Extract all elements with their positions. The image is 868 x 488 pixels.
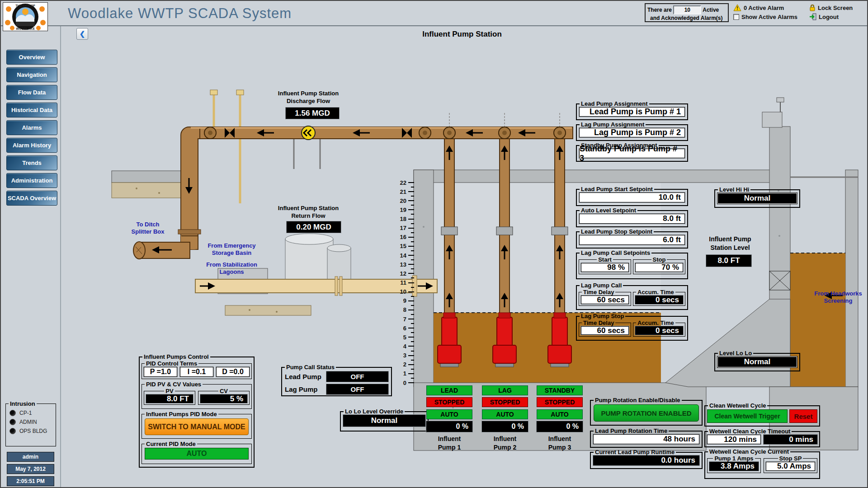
lag-stop-accum-group: Accum. Time 0 secs (633, 319, 685, 337)
lead-pump-assignment: Lead Pump Assignment Lead Pump is Pump #… (576, 100, 688, 120)
sidebar-item-overview[interactable]: Overview (6, 50, 57, 65)
pump-1-speed: 0 % (426, 421, 472, 432)
pump-2-mode[interactable]: AUTO (482, 409, 528, 419)
lag-pump-call-value: OFF (326, 384, 388, 394)
lag-stop-delay-group: Time Delay 60 secs (579, 319, 631, 337)
lag-pump-call-label: Lag Pump (285, 385, 323, 393)
level-scale-tick: 22 (394, 178, 414, 187)
pump-1-amps-value: 3.8 Amps (709, 462, 759, 471)
lead-pump-rotation-time-value[interactable]: 48 hours (593, 434, 699, 444)
logout-label: Logout (819, 14, 839, 20)
from-stabilization-label: From StabilizationLagoons (199, 261, 264, 276)
intrusion-point-admin: ADMIN (9, 419, 56, 425)
lead-pump-stop-setpoint: Lead Pump Stop Setpoint 6.0 ft (576, 228, 688, 249)
level-lo-lo-value: Normal (717, 357, 797, 367)
sidebar-divider (60, 26, 61, 488)
pid-cv-value: 5 % (200, 394, 247, 403)
pump-3-mode[interactable]: AUTO (537, 409, 583, 419)
standby-pump-assignment: Standby Pump Assignment Standby Pump is … (576, 142, 688, 162)
from-headworks-label: From HeadworksScreening (809, 290, 867, 305)
alarm-summary-prefix: There are (647, 7, 672, 13)
pump-2-status-column: LAG STOPPED AUTO 0 % InfluentPump 2 (482, 385, 528, 452)
pump-rotation-enabled-button[interactable]: PUMP ROTATION ENABLED (594, 404, 699, 422)
stop-sp-value[interactable]: 5.0 Amps (766, 462, 815, 471)
lag-call-accum-group: Accum. Time 0 secs (633, 289, 685, 306)
sidebar-item-alarm-history[interactable]: Alarm History (6, 138, 57, 153)
clean-wetwell-cycle: Clean Wetwell Cycle Clean Wetwell Trigge… (704, 402, 820, 427)
level-scale-tick: 17 (394, 224, 414, 232)
level-scale-tick: 21 (394, 188, 414, 196)
level-scale-tick: 3 (394, 352, 414, 360)
pump-rotation-enable: Pump Rotation Enable/Disable PUMP ROTATI… (590, 397, 703, 426)
pump-1-status-column: LEAD STOPPED AUTO 0 % InfluentPump 1 (426, 385, 472, 452)
lo-lo-level-override: Lo Lo Level Override Normal (340, 408, 429, 432)
return-flow-value: 0.20 MGD (287, 221, 341, 233)
logout-icon (809, 13, 816, 20)
level-scale-tick: 6 (394, 324, 414, 332)
wetwell-clean-cycle-timeout: Wetwell Clean Cycle Timeout 120 mins 0 m… (704, 428, 820, 447)
current-pid-mode-value: AUTO (145, 448, 249, 460)
level-hi-hi: Level Hi Hi Normal (714, 186, 800, 208)
intrusion-cp1-indicator (9, 410, 16, 416)
pump-3-status-column: STANDBY STOPPED AUTO 0 % InfluentPump 3 (537, 385, 583, 452)
pump-3-role: STANDBY (537, 385, 583, 395)
station-level-label: Influent PumpStation Level (701, 235, 760, 252)
active-alarm-indicator: ! 0 Active Alarm (733, 4, 784, 12)
sidebar-item-flow-data[interactable]: Flow Data (6, 85, 57, 100)
svg-text:!: ! (736, 6, 738, 11)
pump-1-mode[interactable]: AUTO (426, 409, 472, 419)
back-button[interactable]: ❮ (76, 28, 88, 40)
pump-3-speed: 0 % (537, 421, 583, 432)
sidebar-item-navigation[interactable]: Navigation (6, 67, 57, 82)
return-flow-label: Influent Pump StationReturn Flow (270, 204, 347, 220)
to-ditch-label: To DitchSplitter Box (125, 221, 170, 235)
from-emergency-label: From EmergencyStorage Basin (199, 242, 264, 257)
lag-call-stop-value[interactable]: 70 % (635, 263, 683, 272)
level-scale-tick: 1 (394, 370, 414, 378)
lead-pump-start-setpoint-value[interactable]: 10.0 ft (579, 192, 685, 202)
sidebar-item-trends[interactable]: Trends (6, 155, 57, 170)
level-scale-tick: 19 (394, 206, 414, 214)
level-scale-tick: 13 (394, 260, 414, 268)
pump-2-speed: 0 % (482, 421, 528, 432)
sidebar-item-historical-data[interactable]: Historical Data (6, 103, 57, 117)
lag-pump-call-setpoints: Lag Pump Call Setpoints Start 98 % Stop … (576, 249, 688, 279)
lock-screen-button[interactable]: Lock Screen (809, 4, 853, 12)
lag-call-delay-value[interactable]: 60 secs (581, 296, 629, 304)
intrusion-admin-indicator (9, 419, 16, 425)
pid-p-term[interactable]: P =1.0 (144, 367, 177, 377)
pump-1-amps-group: Pump 1 Amps 3.8 Amps (707, 455, 761, 473)
alarm-count: 10 (673, 5, 701, 14)
wetwell-reset-button[interactable]: Reset (789, 409, 817, 423)
lag-stop-delay-value[interactable]: 60 secs (581, 326, 629, 335)
pump-1-name: InfluentPump 1 (426, 435, 472, 452)
pid-i-term[interactable]: I =0.1 (180, 367, 213, 377)
standby-pump-assignment-value: Standby Pump is Pump # 3 (579, 149, 685, 158)
current-date: May 7, 2012 (7, 464, 54, 474)
lag-call-stop-group: Stop 70 % (633, 256, 685, 274)
sidebar-item-scada-overview[interactable]: SCADA Overview (6, 191, 57, 206)
intrusion-title: Intrusion (9, 400, 37, 407)
logout-button[interactable]: Logout (809, 13, 839, 21)
level-scale-tick: 2 (394, 361, 414, 369)
wetwell-timeout-setpoint[interactable]: 120 mins (707, 435, 761, 444)
show-active-alarms[interactable]: Show Active Alarms (733, 13, 797, 21)
level-scale-tick: 11 (394, 279, 414, 287)
city-logo: THE CITY OF WOODLAKE (3, 2, 48, 31)
auto-level-setpoint-value[interactable]: 8.0 ft (579, 214, 685, 224)
pump-1-role: LEAD (426, 385, 472, 395)
lag-call-start-value[interactable]: 98 % (581, 263, 629, 272)
clean-wetwell-trigger-button[interactable]: Clean Wetwell Trigger (707, 409, 788, 423)
show-active-alarms-checkbox[interactable] (733, 14, 739, 20)
lag-call-delay-group: Time Delay 60 secs (579, 289, 631, 306)
lead-pump-stop-setpoint-value[interactable]: 6.0 ft (579, 235, 685, 245)
switch-to-manual-button[interactable]: SWITCH TO MANUAL MODE (145, 418, 249, 435)
level-scale-tick: 7 (394, 315, 414, 323)
level-scale-tick: 0 (394, 379, 414, 387)
pid-d-term[interactable]: D =0.0 (216, 367, 250, 377)
sidebar-item-administration[interactable]: Administration (6, 173, 57, 188)
current-lead-pump-runtime: Current Lead Pump Runtime 0.0 hours (590, 449, 703, 469)
sidebar-item-alarms[interactable]: Alarms (6, 120, 57, 135)
lead-pump-assignment-value: Lead Pump is Pump # 1 (579, 107, 685, 117)
show-active-alarms-label: Show Active Alarms (741, 14, 797, 20)
